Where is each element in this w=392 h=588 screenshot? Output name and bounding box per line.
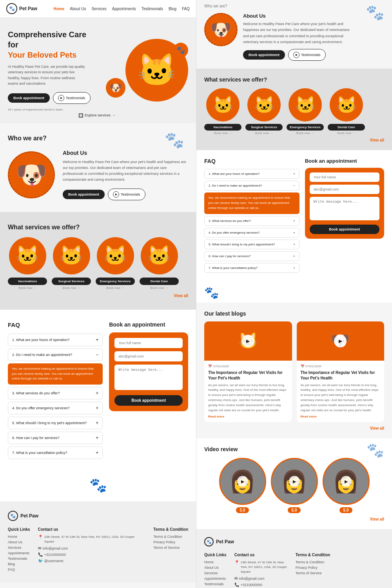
right-label-dental: Dental Care — [328, 124, 365, 131]
video-rating-3: 5.0 — [339, 507, 353, 513]
right-book-button[interactable]: Book appointment — [243, 50, 285, 60]
service-sub-emergency[interactable]: Book now → — [96, 286, 135, 290]
video-play-1[interactable]: ▶ — [237, 476, 248, 487]
footer-right-terms: Terms & Condition Terms & Condition Priv… — [296, 553, 330, 588]
right-view-all[interactable]: View all — [204, 138, 384, 142]
who-content: About Us Welcome to Healthy Paws Pet Car… — [63, 150, 188, 200]
right-faq-item-5[interactable]: 5. What should I bring to my pet's appoi… — [204, 240, 299, 249]
footer-terms-link-3[interactable]: Terms of Service — [153, 546, 188, 550]
service-card-vaccinations: 🐱 Vaccinations Book now → — [8, 237, 47, 290]
faq-item-2[interactable]: 2. Do I need to make an appointment? − — [8, 348, 103, 361]
who-buttons: Book appointment ▶ Testimonials — [63, 189, 188, 200]
right-faq-item-3[interactable]: 3. What services do you offer? + — [204, 216, 299, 226]
right-testimonials-button[interactable]: ▶ Testimonials — [288, 49, 326, 61]
right-service-emergency: 🐱 Emergency Services Book now → — [287, 88, 324, 135]
testimonials-button[interactable]: ▶ Testimonials — [53, 92, 91, 104]
logo[interactable]: 🐾 Pet Paw — [6, 3, 37, 14]
right-sub-dental[interactable]: Book now → — [328, 131, 365, 135]
right-paw-mid-deco: 🐾 — [196, 283, 392, 303]
right-faq-item-1[interactable]: 1. What are your hours of operation? + — [204, 169, 299, 179]
play-button-2[interactable]: ▶ — [334, 335, 347, 347]
faq-item-6[interactable]: 6. How can I pay for services? + — [8, 432, 103, 444]
footer-right-terms-link-2[interactable]: Privacy Policy — [296, 566, 330, 570]
play-button-1[interactable]: ▶ — [242, 335, 254, 347]
nav-home[interactable]: Home — [53, 7, 64, 11]
footer-link-testimonials[interactable]: Testimonials — [8, 557, 30, 561]
video-play-2[interactable]: ▶ — [289, 476, 300, 487]
footer-link-about[interactable]: About Us — [8, 540, 30, 544]
right-faq-book-section: FAQ 1. What are your hours of operation?… — [196, 150, 392, 282]
who-testimonials-button[interactable]: ▶ Testimonials — [108, 189, 145, 200]
footer-quick-links: Quick Links Home About Us Services Appoi… — [8, 527, 30, 573]
footer-right-link-about[interactable]: About Us — [204, 566, 227, 570]
right-faq-item-7[interactable]: 7. What is your cancellation policy? + — [204, 263, 299, 273]
faq-item-3[interactable]: 3. What services do you offer? + — [8, 387, 103, 399]
right-view-all-videos[interactable]: View all — [204, 517, 384, 521]
nav-about[interactable]: About Us — [70, 7, 86, 11]
right-faq-plus-6: + — [293, 254, 295, 258]
footer-terms-title: Terms & Condition — [153, 527, 188, 532]
faq-item-5[interactable]: 5. What should I bring to my pet's appoi… — [8, 417, 103, 429]
faq-title: FAQ — [8, 321, 103, 328]
right-faq-panel: FAQ 1. What are your hours of operation?… — [204, 158, 299, 274]
nav-appointments[interactable]: Appointments — [112, 7, 136, 11]
right-faq-item-6[interactable]: 6. How can I pay for services? + — [204, 251, 299, 261]
footer-right-link-testimonials[interactable]: Testimonials — [204, 582, 227, 586]
video-play-3[interactable]: ▶ — [341, 476, 352, 487]
right-booking-submit-button[interactable]: Book appointment — [310, 225, 379, 234]
faq-item-4[interactable]: 4. Do you offer emergency services? + — [8, 402, 103, 414]
right-about-image: 🐶 — [204, 13, 238, 46]
booking-message-textarea[interactable] — [114, 365, 183, 390]
service-circle-surgical: 🐱 — [53, 237, 90, 274]
service-sub-dental[interactable]: Book now → — [140, 286, 179, 290]
footer-link-appointments[interactable]: Appointments — [8, 551, 30, 555]
booking-submit-button[interactable]: Book appointment — [114, 395, 183, 406]
faq-item-1[interactable]: 1. What are your hours of operation? + — [8, 334, 103, 346]
faq-plus-1: + — [96, 337, 98, 343]
play-icon-right: ▶ — [293, 52, 299, 58]
nav-blog[interactable]: Blog — [169, 7, 176, 11]
right-booking-message-textarea[interactable] — [310, 197, 379, 220]
blog-title-2: The Importance of Regular Vet Visits for… — [301, 370, 381, 381]
right-faq-plus-3: + — [293, 219, 295, 223]
book-appointment-button[interactable]: Book appointment — [8, 93, 50, 103]
footer-link-faq[interactable]: FAQ — [8, 568, 30, 572]
right-sub-surgical[interactable]: Book now → — [245, 131, 283, 135]
right-faq-item-4[interactable]: 4. Do you offer emergency services? + — [204, 228, 299, 238]
email-icon: ✉ — [38, 546, 41, 550]
nav-services[interactable]: Services — [91, 7, 106, 11]
service-sub-vaccinations[interactable]: Book now → — [8, 286, 47, 290]
footer-terms-link-2[interactable]: Privacy Policy — [153, 540, 188, 544]
right-faq-item-2[interactable]: 2. Do I need to make an appointment? − — [204, 181, 299, 191]
footer-link-services[interactable]: Services — [8, 546, 30, 550]
booking-email-input[interactable] — [114, 351, 183, 361]
footer-right-terms-link-1[interactable]: Terms & Condition — [296, 560, 330, 564]
right-booking-name-input[interactable] — [310, 172, 379, 182]
nav-faq[interactable]: FAQ — [182, 7, 190, 11]
faq-minus-2: − — [96, 352, 98, 358]
blog-thumb-1: 🐱 ▶ — [204, 321, 292, 361]
footer-link-home[interactable]: Home — [8, 535, 30, 539]
right-sub-emergency[interactable]: Book now → — [287, 131, 324, 135]
right-top-section: Who we are? 🐾 🐶 About Us Welcome to Heal… — [196, 0, 392, 69]
who-book-button[interactable]: Book appointment — [63, 190, 105, 199]
right-view-all-blogs[interactable]: View all — [204, 426, 384, 430]
read-more-1[interactable]: Read more — [208, 415, 288, 418]
footer-right-link-home[interactable]: Home — [204, 560, 227, 564]
footer-right-link-services[interactable]: Services — [204, 571, 227, 575]
explore-services-link[interactable]: 🔲 Explore services → — [78, 113, 116, 118]
nav-testimonials[interactable]: Testimonials — [142, 7, 163, 11]
footer-link-blog[interactable]: Blog — [8, 562, 30, 566]
footer-right-terms-link-3[interactable]: Terms of Service — [296, 571, 330, 575]
right-booking-email-input[interactable] — [310, 185, 379, 194]
footer-terms-link-1[interactable]: Terms & Condition — [153, 535, 188, 539]
booking-name-input[interactable] — [114, 338, 183, 348]
service-sub-surgical[interactable]: Book now → — [52, 286, 91, 290]
view-all-services[interactable]: View all — [8, 294, 188, 298]
read-more-2[interactable]: Read more — [301, 415, 381, 418]
right-about-title: About Us — [243, 13, 353, 19]
faq-item-7[interactable]: 7. What is your cancellation policy? + — [8, 446, 103, 459]
footer-right-link-appointments[interactable]: Appointments — [204, 577, 227, 581]
right-sub-vaccinations[interactable]: Book now → — [204, 131, 241, 135]
right-faq-minus-2: − — [293, 184, 295, 187]
